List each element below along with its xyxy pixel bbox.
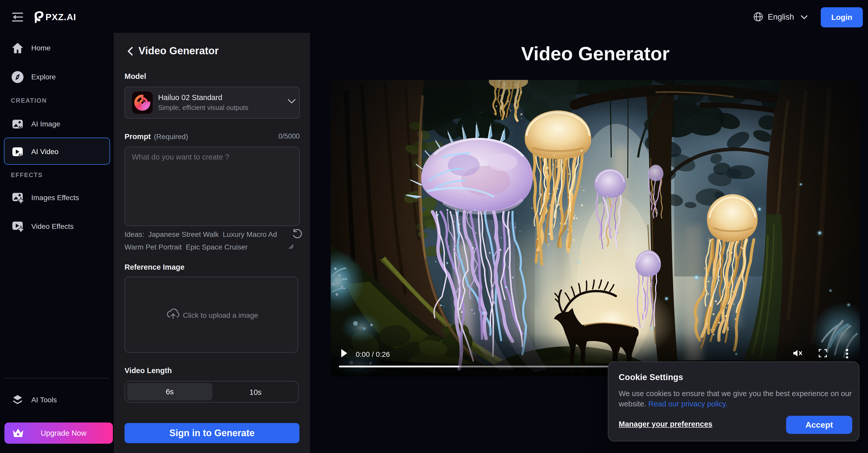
svg-text:AI: AI (18, 153, 22, 157)
svg-text:AI: AI (18, 125, 22, 129)
